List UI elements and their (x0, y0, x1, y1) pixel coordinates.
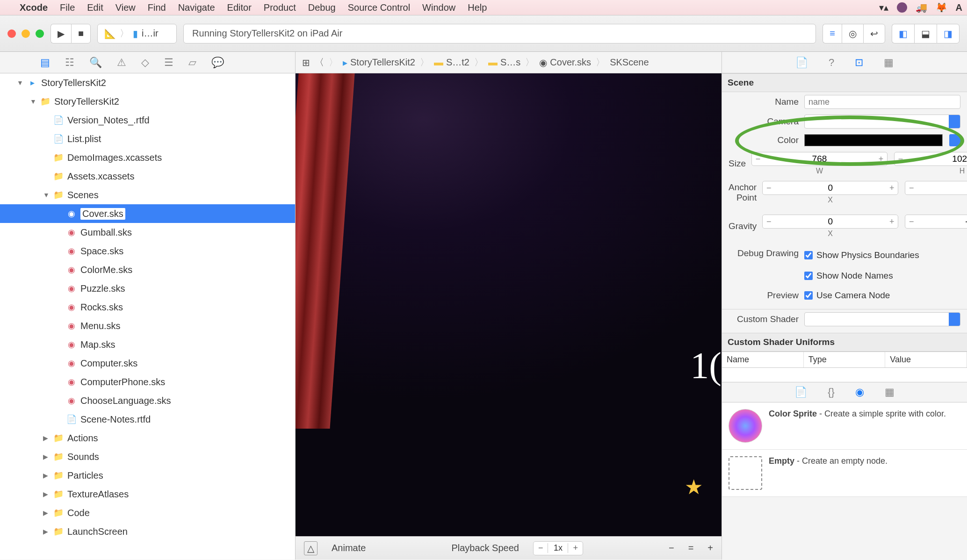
size-width-stepper[interactable]: −+ (751, 152, 888, 166)
app-menu[interactable]: Xcode (20, 2, 48, 13)
attributes-inspector-tab[interactable]: ⊡ (855, 57, 863, 69)
crumb-scene[interactable]: SKScene (610, 57, 649, 68)
use-camera-checkbox[interactable]: Use Camera Node (804, 288, 890, 302)
tree-file[interactable]: 📁Assets.xcassets (0, 167, 295, 186)
tree-scenes-folder[interactable]: ▼📁Scenes (0, 186, 295, 204)
tree-file[interactable]: 📄Scene-Notes.rtfd (0, 410, 295, 429)
close-window-button[interactable] (7, 29, 16, 38)
file-template-library-tab[interactable]: 📄 (794, 386, 807, 398)
anchor-x-value[interactable] (775, 183, 886, 193)
find-navigator-tab[interactable]: 🔍 (89, 57, 102, 69)
menu-source-control[interactable]: Source Control (348, 2, 410, 13)
tree-scene[interactable]: ◉ChooseLanguage.sks (0, 391, 295, 410)
anchor-y-stepper[interactable]: −+ (905, 181, 967, 195)
animate-button[interactable]: Animate (332, 543, 366, 553)
zoom-fit-button[interactable]: = (688, 543, 694, 553)
menu-editor[interactable]: Editor (227, 2, 252, 13)
test-navigator-tab[interactable]: ◇ (141, 57, 149, 69)
assistant-editor-button[interactable]: ◎ (842, 24, 863, 43)
library-item-empty[interactable]: Empty - Create an empty node. (722, 450, 967, 497)
media-library-tab[interactable]: ▦ (885, 386, 895, 398)
report-navigator-tab[interactable]: 💬 (211, 57, 224, 69)
crumb-group1[interactable]: S…t2 (446, 57, 469, 68)
tree-scene[interactable]: ◉ColorMe.sks (0, 260, 295, 279)
navigate-up-icon[interactable]: △ (304, 541, 318, 555)
tree-folder[interactable]: ▶📁Actions (0, 429, 295, 447)
tree-file[interactable]: 📄List.plist (0, 129, 295, 148)
show-physics-checkbox[interactable]: Show Physics Boundaries (804, 248, 919, 262)
scene-canvas[interactable]: 1( ★ (296, 73, 722, 536)
tree-file[interactable]: 📄Version_Notes_.rtfd (0, 111, 295, 129)
toggle-navigator-button[interactable]: ◧ (892, 24, 914, 43)
menu-edit[interactable]: Edit (87, 2, 103, 13)
gravity-y-value[interactable] (917, 216, 967, 227)
toggle-inspector-button[interactable]: ◨ (937, 24, 960, 43)
tree-scene[interactable]: ◉Rocks.sks (0, 298, 295, 316)
symbol-navigator-tab[interactable]: ☷ (65, 57, 74, 69)
breakpoint-navigator-tab[interactable]: ▱ (188, 57, 196, 69)
status-dot-icon[interactable] (897, 2, 907, 13)
version-editor-button[interactable]: ↩ (863, 24, 885, 43)
issue-navigator-tab[interactable]: ⚠ (117, 57, 126, 69)
menu-window[interactable]: Window (422, 2, 455, 13)
tree-folder[interactable]: ▶📁Code (0, 503, 295, 522)
debug-navigator-tab[interactable]: ☰ (164, 57, 173, 69)
object-library-tab[interactable]: ◉ (855, 386, 864, 398)
tree-scene[interactable]: ◉Computer.sks (0, 354, 295, 373)
size-height-value[interactable] (907, 154, 967, 164)
gravity-y-stepper[interactable]: −+ (905, 215, 967, 229)
show-node-names-checkbox[interactable]: Show Node Names (804, 269, 893, 283)
color-well[interactable] (804, 134, 943, 146)
adobe-icon[interactable]: A (956, 2, 962, 13)
tree-scene[interactable]: ◉Puzzle.sks (0, 279, 295, 298)
toggle-debug-area-button[interactable]: ⬓ (914, 24, 937, 43)
file-inspector-tab[interactable]: 📄 (795, 57, 808, 69)
minimize-window-button[interactable] (22, 29, 30, 38)
tree-scene[interactable]: ◉Menu.sks (0, 316, 295, 335)
tree-folder[interactable]: ▶📁LaunchScreen (0, 522, 295, 541)
crumb-file[interactable]: Cover.sks (550, 57, 591, 68)
tree-folder[interactable]: ▶📁TextureAtlases (0, 485, 295, 503)
menu-navigate[interactable]: Navigate (178, 2, 215, 13)
library-inspector-tab[interactable]: ▦ (884, 57, 894, 69)
zoom-window-button[interactable] (36, 29, 44, 38)
menu-file[interactable]: File (60, 2, 75, 13)
standard-editor-button[interactable]: ≡ (823, 24, 842, 43)
truck-icon[interactable]: 🚚 (916, 2, 927, 13)
tree-file[interactable]: 📁DemoImages.xcassets (0, 148, 295, 167)
jump-bar[interactable]: ⊞ 〈 〉 ▸StoryTellersKit2 〉 ▬S…t2 〉 ▬S…s 〉… (296, 52, 722, 73)
zoom-in-button[interactable]: + (707, 543, 713, 553)
anchor-x-stepper[interactable]: −+ (762, 181, 898, 195)
anchor-y-value[interactable] (917, 183, 967, 193)
project-navigator-tab[interactable]: ▤ (40, 57, 50, 69)
dropbox-icon[interactable]: ▾▴ (879, 2, 888, 13)
scheme-selector[interactable]: 📐 〉 ▮ i…ir (97, 24, 177, 43)
stop-button[interactable]: ■ (71, 24, 91, 43)
camera-dropdown[interactable] (804, 115, 960, 129)
menu-find[interactable]: Find (148, 2, 166, 13)
app-icon-1[interactable]: 🦊 (936, 2, 947, 13)
forward-button[interactable]: 〉 (329, 56, 338, 69)
tree-scene[interactable]: ◉Space.sks (0, 242, 295, 260)
zoom-out-button[interactable]: − (669, 543, 674, 553)
size-height-stepper[interactable]: −+ (894, 152, 967, 166)
gravity-x-stepper[interactable]: −+ (762, 215, 898, 229)
run-button[interactable]: ▶ (51, 24, 71, 43)
playback-speed-stepper[interactable]: −1x+ (533, 541, 583, 555)
crumb-group2[interactable]: S…s (500, 57, 520, 68)
custom-shader-dropdown[interactable] (804, 312, 960, 326)
library-item-color-sprite[interactable]: Color Sprite - Create a simple sprite wi… (722, 402, 967, 450)
tree-scene[interactable]: ◉Gumball.sks (0, 223, 295, 242)
menu-view[interactable]: View (115, 2, 136, 13)
tree-scene[interactable]: ◉ComputerPhone.sks (0, 373, 295, 391)
tree-folder[interactable]: ▶📁Sounds (0, 447, 295, 466)
code-snippet-library-tab[interactable]: {} (828, 386, 835, 398)
tree-scene[interactable]: ◉Map.sks (0, 335, 295, 354)
tree-scene-selected[interactable]: ◉Cover.sks (0, 204, 295, 223)
name-input[interactable] (804, 95, 960, 109)
menu-debug[interactable]: Debug (308, 2, 336, 13)
help-inspector-tab[interactable]: ? (829, 57, 834, 69)
tree-project-group[interactable]: ▼📁StoryTellersKit2 (0, 92, 295, 111)
tree-folder[interactable]: ▶📁Particles (0, 466, 295, 485)
menu-product[interactable]: Product (264, 2, 296, 13)
